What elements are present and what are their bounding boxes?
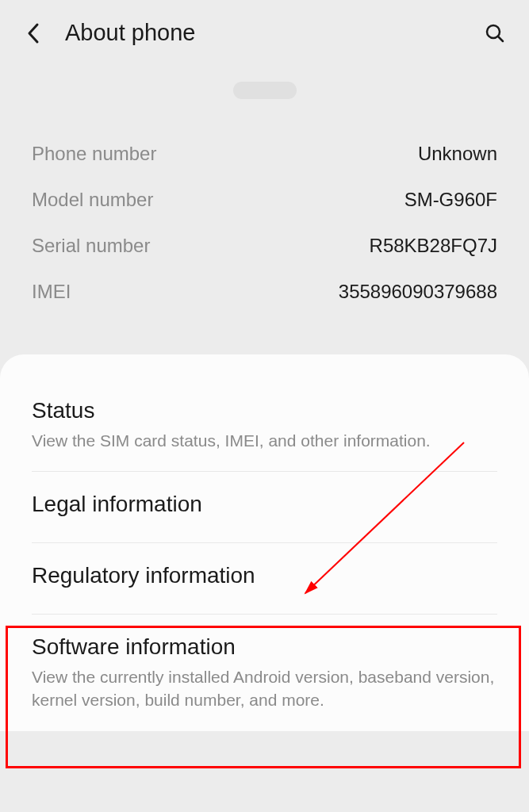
legal-title: Legal information [32, 492, 497, 517]
imei-value: 355896090379688 [339, 281, 497, 303]
regulatory-title: Regulatory information [32, 563, 497, 588]
pill-indicator [233, 82, 297, 99]
serial-number-label: Serial number [32, 235, 150, 257]
model-number-row: Model number SM-G960F [32, 177, 497, 223]
imei-row: IMEI 355896090379688 [32, 269, 497, 315]
software-title: Software information [32, 634, 497, 660]
software-subtitle: View the currently installed Android ver… [32, 666, 497, 711]
phone-number-row: Phone number Unknown [32, 131, 497, 177]
model-number-value: SM-G960F [404, 189, 497, 211]
serial-number-row: Serial number R58KB28FQ7J [32, 223, 497, 269]
phone-number-value: Unknown [418, 143, 497, 165]
menu-item-legal[interactable]: Legal information [0, 472, 529, 543]
search-icon[interactable] [485, 23, 505, 44]
menu-card: Status View the SIM card status, IMEI, a… [0, 354, 529, 731]
menu-item-regulatory[interactable]: Regulatory information [0, 543, 529, 615]
menu-item-software[interactable]: Software information View the currently … [0, 615, 529, 731]
header-bar: About phone [0, 0, 529, 66]
page-title: About phone [65, 20, 485, 46]
model-number-label: Model number [32, 189, 153, 211]
status-subtitle: View the SIM card status, IMEI, and othe… [32, 430, 497, 452]
imei-label: IMEI [32, 281, 71, 303]
back-icon[interactable] [24, 24, 43, 43]
menu-item-status[interactable]: Status View the SIM card status, IMEI, a… [0, 378, 529, 472]
device-info-section: Phone number Unknown Model number SM-G96… [0, 131, 529, 354]
phone-number-label: Phone number [32, 143, 156, 165]
serial-number-value: R58KB28FQ7J [370, 235, 497, 257]
status-title: Status [32, 398, 497, 423]
